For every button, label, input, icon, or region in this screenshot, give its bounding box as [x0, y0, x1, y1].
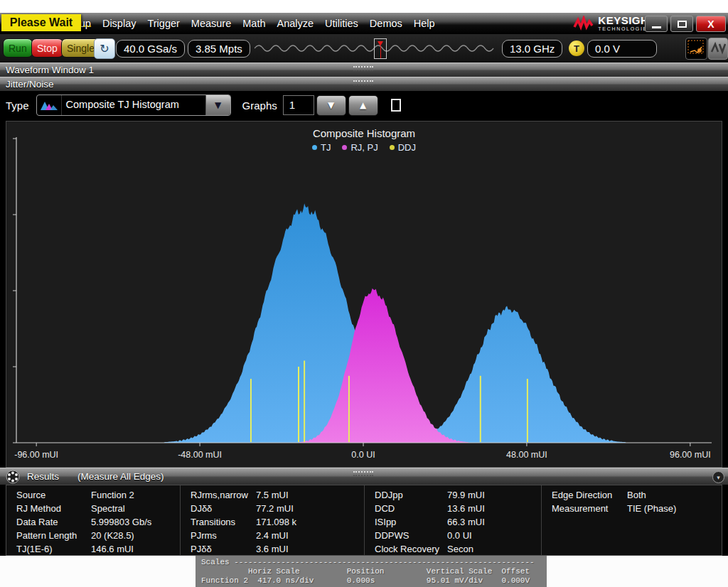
trigger-level-field[interactable]: 0.0 V: [587, 40, 657, 58]
minimize-button[interactable]: [645, 16, 668, 32]
graphs-decrement-button[interactable]: ▼: [316, 95, 346, 116]
close-button[interactable]: X: [696, 16, 726, 32]
histogram-svg: [6, 122, 722, 467]
legend-label: TJ: [321, 142, 331, 153]
collapse-results-button[interactable]: ▾: [712, 471, 724, 483]
infiniium-app: Keysight Infiniium : Friday, May 13, 201…: [0, 0, 728, 587]
result-label: Transitions: [191, 515, 256, 529]
restore-icon: [678, 21, 687, 28]
menu-item-help[interactable]: Help: [414, 18, 435, 29]
type-label: Type: [6, 99, 29, 112]
detach-window-icon[interactable]: [391, 99, 401, 112]
histogram-plot[interactable]: [6, 122, 722, 467]
x-tick-label: 96.00 mUI: [658, 450, 722, 460]
result-value: Spectral: [91, 502, 125, 515]
grayed-waveform-icon[interactable]: [708, 38, 728, 60]
scope-display-icon[interactable]: [685, 38, 707, 60]
result-value: 3.6 mUI: [256, 542, 289, 555]
x-tick-label: -48.00 mUI: [168, 450, 232, 460]
result-value: 171.098 k: [256, 515, 296, 529]
run-button[interactable]: Run: [3, 38, 33, 58]
result-value: Secon: [447, 542, 473, 555]
restore-button[interactable]: [670, 16, 693, 32]
result-row: DCD13.6 mUI: [375, 502, 541, 515]
result-row: DJδδ77.2 mUI: [191, 502, 364, 515]
bandwidth-field[interactable]: 13.0 GHz: [502, 40, 562, 58]
x-tick-label: -96.00 mUI: [4, 450, 68, 460]
legend-item: DDJ: [390, 142, 416, 153]
result-row: SourceFunction 2: [16, 488, 180, 502]
menu-item-measure[interactable]: Measure: [191, 18, 231, 29]
drag-grip[interactable]: [353, 471, 373, 476]
touch-icon[interactable]: ↻: [94, 38, 115, 59]
menu-item-analyze[interactable]: Analyze: [277, 18, 314, 29]
scales-header-line: Horiz Scale Position Vertical Scale Offs…: [201, 567, 547, 576]
memory-depth-field[interactable]: 3.85 Mpts: [188, 40, 250, 58]
result-label: Pattern Length: [16, 529, 91, 542]
close-icon: X: [707, 18, 714, 30]
x-tick-label: 48.00 mUI: [495, 450, 559, 460]
please-wait-ellipsis: ...: [83, 18, 92, 29]
series-rjpj: [16, 289, 717, 443]
result-value: 0.0 UI: [447, 529, 472, 542]
result-row: RJ MethodSpectral: [16, 502, 180, 515]
trigger-position-marker[interactable]: [374, 38, 387, 59]
results-column-4: Edge DirectionBothMeasurementTIE (Phase): [542, 485, 722, 555]
chart-legend: TJRJ, PJDDJ: [6, 142, 722, 153]
legend-dot-icon: [390, 145, 395, 150]
graph-type-value: Composite TJ Histogram: [62, 95, 205, 115]
stop-button[interactable]: Stop: [31, 38, 63, 58]
jitter-noise-title: Jitter/Noise: [6, 79, 54, 90]
menu-item-utilities[interactable]: Utilities: [325, 18, 358, 29]
jitter-noise-bar[interactable]: Jitter/Noise: [0, 77, 728, 91]
drag-grip[interactable]: [353, 80, 373, 85]
results-title: Results: [27, 471, 59, 482]
keysight-spark-icon: [573, 16, 594, 34]
result-row: Edge DirectionBoth: [552, 488, 722, 502]
menu-item-demos[interactable]: Demos: [370, 18, 402, 29]
legend-label: DDJ: [398, 142, 416, 153]
window-controls: X: [645, 16, 726, 32]
result-label: DJδδ: [191, 502, 256, 515]
bottom-strip: Scales ---------------------------------…: [0, 556, 728, 587]
menu-item-math[interactable]: Math: [242, 18, 265, 29]
legend-item: RJ, PJ: [342, 142, 378, 153]
result-row: Clock RecoverySecon: [375, 542, 541, 555]
result-value: 7.5 mUI: [256, 488, 289, 502]
result-row: PJδδ3.6 mUI: [191, 542, 364, 555]
result-label: DDJpp: [375, 488, 447, 502]
result-value: TIE (Phase): [627, 502, 676, 515]
result-row: Transitions171.098 k: [191, 515, 364, 529]
window-title-bar: Keysight Infiniium : Friday, May 13, 201…: [0, 0, 728, 13]
result-value: Function 2: [91, 488, 134, 502]
graph-type-dropdown[interactable]: Composite TJ Histogram ▼: [36, 95, 231, 116]
scales-title-line: Scales ---------------------------------…: [201, 558, 547, 567]
graphs-increment-button[interactable]: ▲: [348, 95, 378, 116]
result-label: TJ(1E-6): [16, 542, 91, 555]
result-value: 13.6 mUI: [447, 502, 485, 515]
drag-grip[interactable]: [353, 66, 373, 71]
legend-dot-icon: [312, 145, 317, 150]
legend-label: RJ, PJ: [350, 142, 378, 153]
result-row: Pattern Length20 (K28.5): [16, 529, 180, 542]
sample-rate-field[interactable]: 40.0 GSa/s: [116, 40, 185, 58]
menu-item-trigger[interactable]: Trigger: [147, 18, 179, 29]
result-value: Both: [627, 488, 646, 502]
result-label: Source: [16, 488, 91, 502]
result-label: PJδδ: [191, 542, 256, 555]
result-label: Clock Recovery: [375, 542, 447, 555]
results-column-2: RJrms,narrow7.5 mUIDJδδ77.2 mUITransitio…: [181, 485, 365, 555]
result-label: DCD: [375, 502, 447, 515]
result-label: Data Rate: [16, 515, 91, 529]
menu-item-display[interactable]: Display: [102, 18, 136, 29]
graphs-count-field[interactable]: 1: [283, 95, 314, 115]
trigger-marker-arrow-icon: [378, 41, 383, 46]
result-row: DDJpp79.9 mUI: [375, 488, 541, 502]
trigger-icon[interactable]: T: [569, 41, 584, 56]
trigger-marker-line: [380, 46, 381, 58]
chevron-down-icon[interactable]: ▼: [205, 95, 230, 115]
waveform-window-bar[interactable]: Waveform Window 1: [0, 63, 728, 77]
gear-icon[interactable]: [6, 470, 20, 484]
result-value: 77.2 mUI: [256, 502, 294, 515]
results-bar[interactable]: Results (Measure All Edges) ▾: [0, 468, 728, 485]
